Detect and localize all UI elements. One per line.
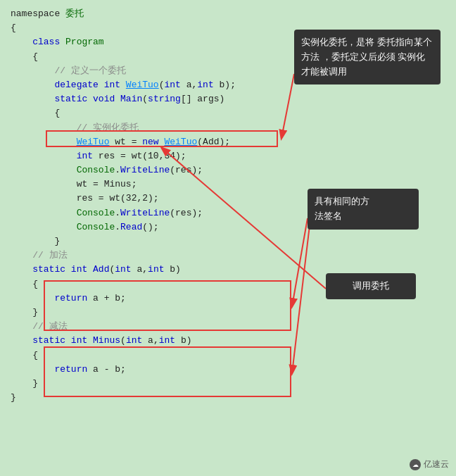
watermark-text: 亿速云 (424, 458, 449, 470)
code-line: namespace 委托 (11, 7, 445, 21)
annotation-instantiation: 实例化委托，是将 委托指向某个方法 ，委托定义后必须 实例化才能被调用 (294, 30, 441, 84)
highlight-box-instantiation (46, 130, 278, 147)
code-line: // 加法 (11, 249, 445, 263)
annotation-call: 调用委托 (326, 273, 416, 299)
watermark: ☁ 亿速云 (410, 458, 449, 470)
code-line: static void Main(string[] args) (11, 92, 445, 106)
code-line: { (11, 106, 445, 120)
highlight-box-add-method (44, 280, 291, 331)
code-line: Console.WriteLine(res); (11, 163, 445, 177)
code-line: int res = wt(10,34); (11, 149, 445, 163)
watermark-icon: ☁ (410, 459, 421, 470)
annotation-signature: 具有相同的方法签名 (308, 189, 419, 230)
code-line: } (11, 234, 445, 249)
highlight-box-minus-method (44, 346, 291, 397)
